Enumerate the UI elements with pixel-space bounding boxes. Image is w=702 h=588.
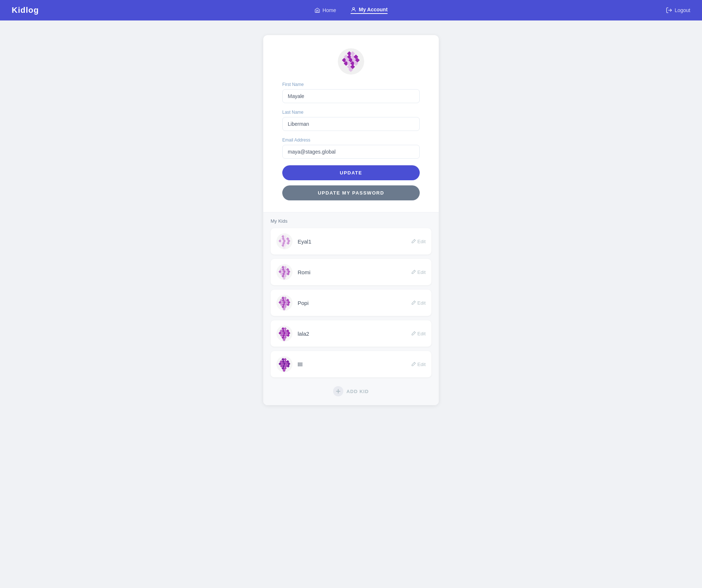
form-section: First Name Last Name Email Address UPDAT… <box>263 82 439 212</box>
kid-card: lala2 Edit <box>271 320 431 347</box>
kid-name: Eyal1 <box>298 238 411 245</box>
svg-point-0 <box>353 8 355 10</box>
my-kids-section: My Kids Eyal1 <box>263 212 439 405</box>
edit-icon <box>411 270 416 275</box>
edit-label: Edit <box>418 270 426 275</box>
kid-card: Popi Edit <box>271 290 431 316</box>
first-name-input[interactable] <box>282 89 420 103</box>
edit-label: Edit <box>418 239 426 244</box>
edit-icon <box>411 331 416 336</box>
first-name-label: First Name <box>282 82 420 87</box>
add-kid-label: ADD KID <box>346 389 369 394</box>
edit-kid-button[interactable]: Edit <box>411 362 426 367</box>
brand-logo: Kidlog <box>12 5 39 15</box>
logout-label: Logout <box>675 7 690 13</box>
kid-avatar <box>276 233 292 249</box>
my-kids-title: My Kids <box>271 218 431 224</box>
edit-kid-button[interactable]: Edit <box>411 300 426 306</box>
edit-icon <box>411 239 416 244</box>
kids-list: Eyal1 Edit <box>271 228 431 377</box>
nav-logout[interactable]: Logout <box>666 7 690 14</box>
account-card: First Name Last Name Email Address UPDAT… <box>263 35 439 405</box>
add-kid-row[interactable]: ADD KID <box>271 382 431 399</box>
kid-card: Romi Edit <box>271 259 431 285</box>
kid-card: llll Edit <box>271 351 431 377</box>
nav-account-label: My Account <box>359 7 388 12</box>
edit-label: Edit <box>418 300 426 306</box>
plus-icon <box>336 389 341 394</box>
kid-avatar <box>276 325 292 342</box>
edit-icon <box>411 362 416 367</box>
account-icon <box>351 7 356 12</box>
email-group: Email Address <box>282 137 420 159</box>
edit-label: Edit <box>418 362 426 367</box>
navbar-center: Home My Account <box>314 7 388 14</box>
edit-kid-button[interactable]: Edit <box>411 270 426 275</box>
kid-name: Popi <box>298 300 411 306</box>
last-name-group: Last Name <box>282 110 420 131</box>
avatar-section <box>263 35 439 82</box>
kid-avatar <box>276 295 292 311</box>
kid-avatar <box>276 356 292 372</box>
nav-home-label: Home <box>322 7 336 13</box>
email-input[interactable] <box>282 145 420 159</box>
page-content: First Name Last Name Email Address UPDAT… <box>0 20 702 420</box>
logout-icon <box>666 7 672 14</box>
home-icon <box>314 7 320 13</box>
nav-home[interactable]: Home <box>314 7 336 13</box>
kid-avatar <box>276 264 292 280</box>
kid-card: Eyal1 Edit <box>271 228 431 255</box>
kid-name: lala2 <box>298 331 411 337</box>
update-button[interactable]: UPDATE <box>282 165 420 180</box>
kid-name: Romi <box>298 269 411 275</box>
add-kid-icon <box>333 386 343 396</box>
email-label: Email Address <box>282 137 420 143</box>
last-name-label: Last Name <box>282 110 420 115</box>
nav-account[interactable]: My Account <box>351 7 388 14</box>
last-name-input[interactable] <box>282 117 420 131</box>
update-password-button[interactable]: UPDATE MY PASSWORD <box>282 185 420 200</box>
edit-kid-button[interactable]: Edit <box>411 331 426 336</box>
avatar <box>338 48 364 75</box>
edit-label: Edit <box>418 331 426 336</box>
first-name-group: First Name <box>282 82 420 103</box>
edit-icon <box>411 300 416 305</box>
navbar: Kidlog Home My Account Logout <box>0 0 702 20</box>
kid-name: llll <box>298 361 411 368</box>
edit-kid-button[interactable]: Edit <box>411 239 426 244</box>
